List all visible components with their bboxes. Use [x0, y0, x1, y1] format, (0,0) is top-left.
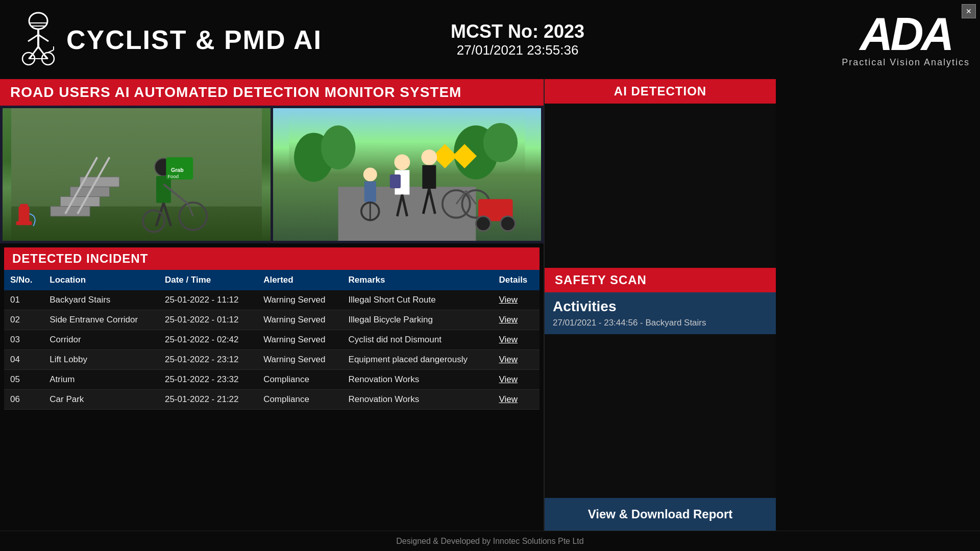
table-row: 02 Side Entranve Corridor 25-01-2022 - 0…	[4, 310, 540, 330]
svg-rect-36	[20, 204, 28, 208]
svg-rect-16	[11, 108, 262, 207]
mcst-number: MCST No: 2023	[451, 21, 584, 42]
mcst-datetime: 27/01/2021 23:55:36	[451, 42, 584, 58]
cell-alerted: Compliance	[257, 370, 342, 390]
table-row: 05 Atrium 25-01-2022 - 23:32 Compliance …	[4, 370, 540, 390]
cell-details[interactable]: View	[493, 330, 540, 350]
cell-remarks: Renovation Works	[342, 370, 493, 390]
activities-entry: 27/01/2021 - 23:44:56 - Backyard Stairs	[553, 318, 768, 328]
incident-title: DETECTED INCIDENT	[12, 252, 148, 265]
ai-detection-area	[545, 104, 776, 268]
cell-sno: 06	[4, 390, 43, 410]
svg-point-39	[321, 126, 355, 170]
cell-alerted: Compliance	[257, 390, 342, 410]
svg-point-61	[363, 168, 377, 182]
svg-point-59	[476, 216, 491, 231]
svg-rect-62	[364, 181, 376, 202]
camera-scene-2	[273, 108, 541, 241]
col-alerted: Alerted	[257, 270, 342, 290]
cell-details[interactable]: View	[493, 390, 540, 410]
close-button[interactable]: ✕	[962, 4, 976, 18]
cell-location: Atrium	[43, 370, 159, 390]
svg-point-0	[29, 13, 47, 29]
svg-rect-51	[422, 165, 436, 189]
camera-feeds: Grab Food	[0, 106, 544, 243]
svg-point-50	[421, 149, 437, 165]
app-title: CYCLIST & PMD AI	[66, 24, 322, 55]
table-row: 03 Corridor 25-01-2022 - 02:42 Warning S…	[4, 330, 540, 350]
activities-title: Activities	[553, 298, 768, 315]
road-users-title-bar: ROAD USERS AI AUTOMATED DETECTION MONITO…	[0, 79, 544, 106]
cyclist-icon	[10, 12, 66, 68]
cell-details[interactable]: View	[493, 310, 540, 330]
table-row: 01 Backyard Stairs 25-01-2022 - 11:12 Wa…	[4, 290, 540, 310]
cell-remarks: Cyclist did not Dismount	[342, 330, 493, 350]
header: CYCLIST & PMD AI MCST No: 2023 27/01/202…	[0, 0, 980, 79]
ada-subtitle: Practical Vision Analytics	[842, 57, 970, 68]
camera-feed-1: Grab Food	[3, 108, 271, 241]
ada-letters: ADA	[842, 11, 970, 57]
ai-detection-bar: AI Detection	[545, 79, 776, 104]
cell-datetime: 25-01-2022 - 02:42	[159, 330, 257, 350]
cell-location: Backyard Stairs	[43, 290, 159, 310]
col-sno: S/No.	[4, 270, 43, 290]
cell-datetime: 25-01-2022 - 23:32	[159, 370, 257, 390]
cell-details[interactable]: View	[493, 370, 540, 390]
safety-scan-label: SAFETY SCAN	[555, 273, 647, 287]
safety-scan-bar: SAFETY SCAN	[545, 268, 776, 292]
right-panel: AI Detection SAFETY SCAN Activities 27/0…	[544, 79, 776, 531]
svg-text:Food: Food	[167, 173, 179, 179]
activities-section: Activities 27/01/2021 - 23:44:56 - Backy…	[545, 292, 776, 334]
svg-point-60	[500, 216, 515, 231]
svg-point-41	[483, 123, 518, 162]
cell-sno: 04	[4, 350, 43, 370]
col-datetime: Date / Time	[159, 270, 257, 290]
col-remarks: Remarks	[342, 270, 493, 290]
col-location: Location	[43, 270, 159, 290]
ada-logo: ADA Practical Vision Analytics	[842, 11, 970, 68]
cell-remarks: Renovation Works	[342, 390, 493, 410]
cell-sno: 02	[4, 310, 43, 330]
table-header-row: S/No. Location Date / Time Alerted Remar…	[4, 270, 540, 290]
svg-line-5	[38, 35, 48, 41]
cell-details[interactable]: View	[493, 350, 540, 370]
cell-sno: 01	[4, 290, 43, 310]
svg-rect-18	[60, 196, 100, 206]
cell-datetime: 25-01-2022 - 11:12	[159, 290, 257, 310]
svg-line-13	[48, 50, 54, 53]
incident-title-bar: DETECTED INCIDENT	[4, 247, 540, 270]
cell-remarks: Equipment placed dangerously	[342, 350, 493, 370]
cell-alerted: Warning Served	[257, 290, 342, 310]
incident-table: S/No. Location Date / Time Alerted Remar…	[4, 270, 540, 410]
cell-location: Corridor	[43, 330, 159, 350]
svg-rect-35	[16, 221, 32, 225]
view-download-button[interactable]: View & Download Report	[545, 498, 776, 531]
svg-point-45	[394, 155, 410, 170]
left-panel: ROAD USERS AI AUTOMATED DETECTION MONITO…	[0, 79, 544, 531]
cell-sno: 05	[4, 370, 43, 390]
cell-location: Lift Lobby	[43, 350, 159, 370]
svg-rect-49	[390, 174, 401, 188]
cell-datetime: 25-01-2022 - 23:12	[159, 350, 257, 370]
cell-sno: 03	[4, 330, 43, 350]
mcst-info: MCST No: 2023 27/01/2021 23:55:36	[451, 21, 584, 58]
cell-alerted: Warning Served	[257, 310, 342, 330]
cell-details[interactable]: View	[493, 290, 540, 310]
camera-scene-1: Grab Food	[3, 108, 271, 241]
main-layout: ROAD USERS AI AUTOMATED DETECTION MONITO…	[0, 79, 980, 531]
footer: Designed & Developed by Innotec Solution…	[0, 531, 980, 551]
cell-datetime: 25-01-2022 - 21:22	[159, 390, 257, 410]
activities-space	[545, 334, 776, 498]
table-row: 04 Lift Lobby 25-01-2022 - 23:12 Warning…	[4, 350, 540, 370]
camera-feed-2	[273, 108, 541, 241]
cell-datetime: 25-01-2022 - 01:12	[159, 310, 257, 330]
svg-line-4	[28, 35, 38, 41]
svg-text:Grab: Grab	[171, 167, 184, 173]
svg-rect-34	[18, 207, 29, 224]
col-details: Details	[493, 270, 540, 290]
cell-remarks: Illegal Bicycle Parking	[342, 310, 493, 330]
incident-section: DETECTED INCIDENT S/No. Location Date / …	[0, 243, 544, 531]
cell-location: Side Entranve Corridor	[43, 310, 159, 330]
table-row: 06 Car Park 25-01-2022 - 21:22 Complianc…	[4, 390, 540, 410]
cell-alerted: Warning Served	[257, 350, 342, 370]
